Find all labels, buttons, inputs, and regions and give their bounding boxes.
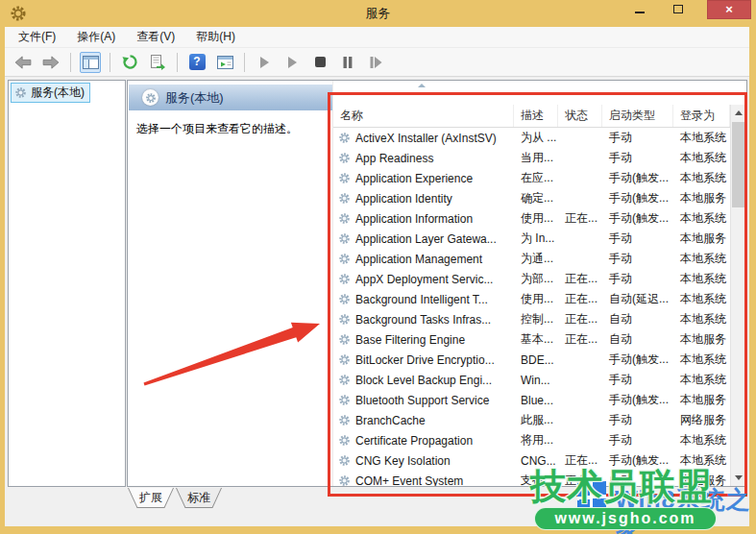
service-row[interactable]: BitLocker Drive Encryptio... BDE... 手动(触… (333, 350, 730, 370)
service-name: BitLocker Drive Encryptio... (355, 353, 495, 367)
vertical-scrollbar[interactable] (730, 105, 746, 486)
play-icon (286, 56, 298, 69)
back-button[interactable] (12, 52, 34, 73)
service-description: 为从 ... (514, 130, 558, 146)
forward-button[interactable] (40, 52, 61, 73)
watermark-brand: 技术员联盟 (530, 463, 713, 511)
service-startup-type: 手动(触发... (602, 190, 673, 206)
service-logon-as: 网络服务 (673, 412, 730, 428)
service-logon-as: 本地系统 (673, 210, 730, 227)
client-area: 文件(F) 操作(A) 查看(V) 帮助(H) (5, 27, 749, 526)
service-description: 基本... (514, 331, 558, 348)
service-name: App Readiness (355, 152, 433, 165)
service-row[interactable]: Certificate Propagation 将用... 手动 本地系统 (333, 430, 730, 450)
help-button[interactable]: ? (186, 52, 207, 73)
service-row[interactable]: Application Information 使用... 正在... 手动(触… (333, 208, 730, 229)
service-startup-type: 自动 (602, 311, 673, 328)
service-description: 为 In... (514, 231, 558, 247)
service-gear-icon (338, 293, 351, 305)
services-gear-icon (142, 89, 159, 106)
restart-service-button[interactable] (365, 52, 386, 73)
close-button[interactable]: × (707, 0, 751, 19)
details-panel: 服务(本地) 选择一个项目来查看它的描述。 名称 描述 状态 启动类型 登录为 … (127, 80, 747, 487)
start-service-button[interactable] (254, 52, 275, 73)
show-action-pane-button[interactable] (214, 52, 235, 73)
service-startup-type: 手动 (602, 432, 673, 449)
service-row[interactable]: BranchCache 此服... 手动 网络服务 (333, 410, 730, 430)
pause-service-button[interactable] (337, 52, 358, 73)
scroll-up-button[interactable] (731, 105, 746, 121)
service-logon-as: 本地系统 (673, 291, 730, 307)
service-row[interactable]: Base Filtering Engine 基本... 正在... 自动 本地服… (333, 329, 730, 350)
back-arrow-icon (14, 56, 32, 69)
refresh-icon (122, 54, 138, 70)
toolbar-separator (110, 53, 110, 72)
service-name: Background Tasks Infras... (355, 313, 491, 327)
resume-service-button[interactable] (281, 52, 303, 73)
tab-standard[interactable]: 标准 (176, 488, 222, 508)
chevron-up-icon (735, 110, 743, 115)
service-startup-type: 手动 (602, 130, 673, 146)
service-name: AppX Deployment Servic... (355, 273, 493, 286)
service-description: 使用... (514, 291, 558, 307)
pause-icon (342, 56, 354, 69)
menu-bar: 文件(F) 操作(A) 查看(V) 帮助(H) (5, 27, 749, 48)
service-gear-icon (338, 192, 351, 205)
menu-file[interactable]: 文件(F) (18, 29, 56, 45)
console-tree-icon (83, 56, 99, 69)
service-row[interactable]: App Readiness 当用... 手动 本地系统 (333, 148, 730, 168)
export-list-button[interactable] (147, 52, 168, 73)
service-description: 使用... (514, 210, 558, 227)
show-console-tree-button[interactable] (80, 52, 101, 73)
maximize-icon (673, 5, 683, 13)
service-logon-as: 本地系统 (673, 372, 730, 388)
column-header-status[interactable]: 状态 (558, 105, 602, 127)
service-gear-icon (338, 374, 351, 386)
service-name: Application Experience (355, 172, 473, 185)
service-name: Application Layer Gatewa... (355, 232, 497, 246)
column-header-startup-type[interactable]: 启动类型 (602, 105, 673, 127)
service-startup-type: 手动(触发... (602, 170, 673, 186)
service-row[interactable]: Application Identity 确定... 手动(触发... 本地服务 (333, 188, 730, 208)
refresh-button[interactable] (119, 52, 140, 73)
services-list-header: 名称 描述 状态 启动类型 登录为 (333, 105, 730, 128)
service-name: Background Intelligent T... (355, 293, 488, 306)
service-gear-icon (338, 132, 351, 144)
service-startup-type: 手动(触发... (602, 352, 673, 368)
menu-action[interactable]: 操作(A) (77, 29, 115, 45)
service-row[interactable]: Block Level Backup Engi... Win... 手动 本地系… (333, 370, 730, 390)
service-description: 为通... (514, 251, 558, 267)
service-row[interactable]: Background Intelligent T... 使用... 正在... … (333, 289, 730, 309)
column-header-name[interactable]: 名称 (333, 105, 514, 127)
maximize-button[interactable] (663, 0, 694, 19)
service-row[interactable]: AppX Deployment Servic... 为部... 正在... 手动… (333, 269, 730, 289)
service-row[interactable]: Application Management 为通... 手动 本地系统 (333, 249, 730, 269)
service-gear-icon (338, 212, 351, 225)
service-name: Bluetooth Support Service (355, 394, 489, 407)
service-row[interactable]: Application Layer Gatewa... 为 In... 手动 本… (333, 229, 730, 249)
step-forward-icon (369, 56, 382, 69)
service-startup-type: 手动 (602, 372, 673, 388)
service-name: Base Filtering Engine (355, 333, 465, 347)
service-row[interactable]: Application Experience 在应... 手动(触发... 本地… (333, 168, 730, 188)
menu-view[interactable]: 查看(V) (136, 29, 175, 45)
service-description: 当用... (514, 150, 558, 166)
view-tabs: 扩展 标准 (128, 488, 222, 508)
service-row[interactable]: Background Tasks Infras... 控制... 正在... 自… (333, 309, 730, 329)
play-icon (258, 56, 270, 69)
tree-item-services-local[interactable]: 服务(本地) (11, 83, 90, 103)
scrollbar-thumb[interactable] (732, 122, 745, 207)
column-header-logon-as[interactable]: 登录为 (673, 105, 730, 127)
stop-service-button[interactable] (309, 52, 330, 73)
export-list-icon (150, 55, 165, 70)
menu-help[interactable]: 帮助(H) (196, 29, 235, 45)
minimize-button[interactable] (624, 0, 655, 19)
service-gear-icon (338, 414, 351, 426)
service-status: 正在... (558, 210, 602, 227)
service-row[interactable]: Bluetooth Support Service Blue... 手动(触发.… (333, 390, 730, 410)
service-gear-icon (338, 454, 351, 467)
service-row[interactable]: ActiveX Installer (AxInstSV) 为从 ... 手动 本… (333, 128, 730, 148)
service-logon-as: 本地系统 (673, 130, 730, 146)
column-header-description[interactable]: 描述 (514, 105, 558, 127)
tab-extended[interactable]: 扩展 (128, 488, 174, 508)
